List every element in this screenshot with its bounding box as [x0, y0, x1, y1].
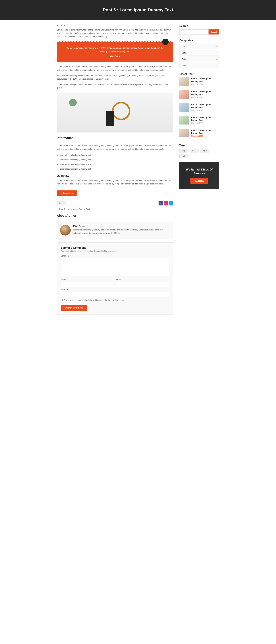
- category-item[interactable]: Cat 3›: [180, 56, 219, 62]
- prev-post-anchor[interactable]: ← Post 4 : Lorem Ipsum Dummy Text: [57, 208, 90, 210]
- main-column: CAT 1 Lorem Ipsum is simply dummy text o…: [57, 24, 173, 315]
- tag-pill-4[interactable]: Tag 4: [180, 154, 188, 158]
- overview-body: Lorem Ipsum is simply dummy text of the …: [57, 179, 173, 186]
- article-body-2: It has survived not only five centuries,…: [57, 74, 173, 81]
- tags-heading: Tags: [180, 144, 219, 147]
- instagram-icon[interactable]: ●: [164, 201, 168, 206]
- check-icon-3: ✓: [57, 163, 58, 166]
- categories-section: Categories Cat 1› Cat 2› Cat 3› Cat 4›: [180, 39, 219, 68]
- prev-post-link: ← Post 4 : Lorem Ipsum Dummy Text: [57, 208, 173, 210]
- information-heading: Information: [57, 136, 173, 140]
- blockquote-box: "Lorem Ipsum is simply dummy text of the…: [57, 42, 173, 62]
- name-email-row: Name * Email *: [60, 278, 170, 287]
- article-body-3: Lorem Ipsum passages, and more recently …: [57, 83, 173, 90]
- author-bio: Lorem Ipsum is simply dummy text of the …: [73, 228, 170, 235]
- name-group: Name *: [60, 278, 114, 287]
- email-input[interactable]: [116, 282, 170, 287]
- category-item[interactable]: Cat 2›: [180, 50, 219, 56]
- website-label: Website: [60, 288, 170, 291]
- cat3-arrow: ›: [216, 58, 217, 60]
- cat2-arrow: ›: [216, 52, 217, 54]
- article-intro: Lorem Ipsum is simply dummy text of the …: [57, 28, 173, 38]
- checklist-item: ✓Lorem Ipsum is simply dummy text: [57, 158, 173, 162]
- cta-card: We Run All Kinds Of Services Call Now: [180, 162, 219, 189]
- save-checkbox-row: Save my name, email, and website in this…: [60, 299, 170, 301]
- save-checkbox-label: Save my name, email, and website in this…: [64, 299, 128, 301]
- overview-heading: Overview: [57, 174, 173, 178]
- name-input[interactable]: [60, 282, 114, 287]
- tags-section: Tags Tag 1 Tag 2 Tag 3 Tag 4: [180, 144, 219, 158]
- latest-post-title-1[interactable]: Post 5 : Lorem Ipsum Dummy Text: [191, 78, 219, 83]
- cta-call-now-button[interactable]: Call Now: [190, 178, 208, 184]
- latest-posts-section: Latest Post Post 5 : Lorem Ipsum Dummy T…: [180, 72, 219, 140]
- name-label: Name *: [60, 278, 114, 280]
- search-row: Search: [180, 30, 219, 34]
- tag-pill-1[interactable]: Tag 1: [180, 149, 188, 153]
- category-label: CAT 1: [57, 24, 173, 27]
- latest-post-title-3[interactable]: Post 3 : Lorem Ipsum Dummy Text: [191, 103, 219, 109]
- search-section: Search Search: [180, 24, 219, 34]
- checklist-item: ✓Lorem Ipsum is simply dummy text: [57, 162, 173, 167]
- search-input[interactable]: [180, 30, 208, 34]
- check-icon-2: ✓: [57, 158, 58, 161]
- author-info: Mike Bryan Lorem Ipsum is simply dummy t…: [73, 225, 170, 235]
- plant-decoration: [69, 99, 77, 106]
- twitter-icon[interactable]: t: [169, 201, 173, 206]
- latest-post-date-4: March 16, 2023: [191, 122, 219, 124]
- search-button[interactable]: Search: [208, 30, 220, 34]
- latest-post-item: Post 2 : Lorem Ipsum Dummy Text March 16…: [180, 116, 219, 127]
- download-label: Download: [63, 192, 74, 194]
- comment-textarea[interactable]: [60, 258, 170, 276]
- hero-section: Post 5 : Lorem Ipsum Dummy Text: [0, 0, 276, 20]
- comment-form-heading: Submit a Comment: [60, 246, 170, 250]
- information-underline: [57, 141, 63, 141]
- latest-post-date-5: March 16, 2023: [191, 135, 219, 137]
- hero-title: Post 5 : Lorem Ipsum Dummy Text: [103, 8, 173, 12]
- latest-post-thumb-1: [180, 78, 189, 86]
- tag-pill-2[interactable]: Tag 2: [190, 149, 199, 153]
- checklist-item: ✓Lorem Ipsum is simply dummy text: [57, 153, 173, 158]
- quote-icon: “: [162, 39, 169, 45]
- category-item[interactable]: Cat 4›: [180, 62, 219, 68]
- latest-post-date-2: March 16, 2023: [191, 96, 219, 98]
- search-heading: Search: [180, 24, 219, 28]
- article-tag[interactable]: Tag 1: [57, 202, 66, 205]
- author-avatar: [60, 225, 71, 236]
- category-item[interactable]: Cat 1›: [180, 44, 219, 49]
- quote-text: "Lorem Ipsum is simply dummy text of the…: [62, 46, 168, 53]
- tag-pills-row: Tag 1 Tag 2 Tag 3 Tag 4: [180, 149, 219, 158]
- save-checkbox[interactable]: [60, 299, 62, 301]
- facebook-icon[interactable]: f: [158, 201, 163, 206]
- checklist: ✓Lorem Ipsum is simply dummy text ✓Lorem…: [57, 153, 173, 171]
- article-body-1: Lorem Ipsum is simply dummy text of the …: [57, 65, 173, 72]
- author-underline: [57, 219, 63, 219]
- latest-post-thumb-3: [180, 103, 189, 112]
- blockquote-section: “ "Lorem Ipsum is simply dummy text of t…: [57, 42, 173, 62]
- website-group: Website: [60, 288, 170, 297]
- latest-post-title-5[interactable]: Post 1 : Lorem Ipsum Dummy Text: [191, 129, 219, 134]
- categories-heading: Categories: [180, 39, 219, 42]
- comment-form: Submit a Comment Your email address will…: [57, 242, 173, 315]
- sidebar: Search Search Categories Cat 1› Cat 2› C…: [180, 24, 219, 315]
- download-button[interactable]: ⌄ Download: [57, 190, 77, 196]
- latest-post-date-3: March 16, 2023: [191, 109, 219, 111]
- author-card: Mike Bryan Lorem Ipsum is simply dummy t…: [57, 222, 173, 239]
- email-label: Email *: [116, 278, 170, 280]
- check-icon-4: ✓: [57, 168, 58, 170]
- avatar-image: [60, 225, 71, 236]
- email-group: Email *: [116, 278, 170, 287]
- latest-post-thumb-4: [180, 116, 189, 124]
- social-icons-group: f ● t: [158, 201, 173, 206]
- latest-post-item: Post 3 : Lorem Ipsum Dummy Text March 16…: [180, 103, 219, 114]
- check-icon-1: ✓: [57, 154, 58, 156]
- latest-post-item: Post 5 : Lorem Ipsum Dummy Text March 16…: [180, 78, 219, 88]
- download-icon: ⌄: [60, 192, 62, 194]
- comment-form-subtitle: Your email address will not be published…: [60, 250, 170, 252]
- website-input[interactable]: [60, 292, 170, 297]
- latest-post-title-4[interactable]: Post 2 : Lorem Ipsum Dummy Text: [191, 116, 219, 122]
- author-name: Mike Bryan: [73, 225, 170, 228]
- latest-post-title-2[interactable]: Post 4 : Lorem Ipsum Dummy Text: [191, 90, 219, 96]
- comment-label: Comment *: [60, 255, 170, 257]
- tag-pill-3[interactable]: Tag 3: [200, 149, 209, 153]
- submit-comment-button[interactable]: Submit Comment: [60, 305, 87, 311]
